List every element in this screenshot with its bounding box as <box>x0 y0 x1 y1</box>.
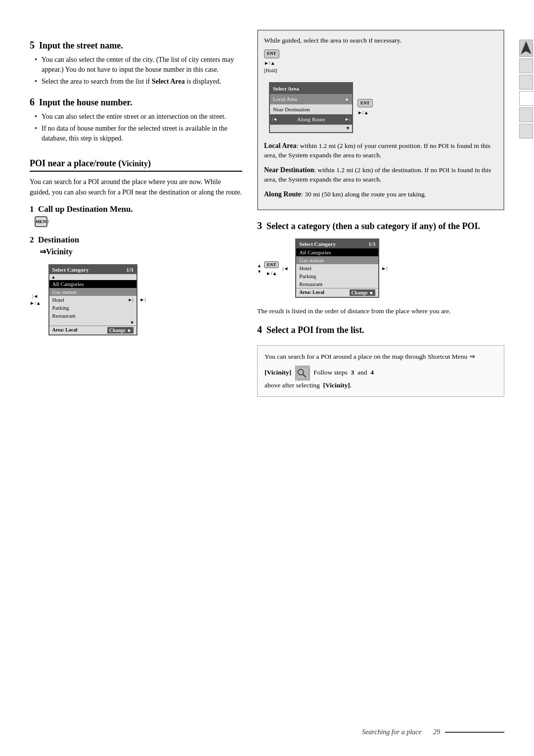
step1-heading: 1 Call up Destination Menu. <box>30 204 242 214</box>
step6-title: Input the house number. <box>39 97 132 107</box>
step2-number: 2 <box>30 235 34 244</box>
change-btn: Change ■ <box>107 327 134 333</box>
step3-screen: Select Category 1/3 All Categories Gas s… <box>295 238 379 298</box>
step3-row-gas: Gas station <box>296 256 378 264</box>
local-area-term: Local Area <box>264 142 296 149</box>
step6-bullet-2: If no data of house number for the selec… <box>35 124 242 143</box>
step4-heading: 4 Select a POI from the list. <box>257 324 504 335</box>
ent-button-right: ENT <box>357 99 373 108</box>
step2-screen: Select Category 1/3 ▲ All Categories Gas… <box>48 264 137 335</box>
step2-screen-wrapper: |◄ ►/▲ Select Category 1/3 ▲ All Categor… <box>30 260 242 339</box>
step3-row-restaurant: Restaurant <box>296 280 378 288</box>
def-along-route: Along Route: 30 mi (50 km) along the rou… <box>264 189 497 199</box>
area-scroll-down: ▼ <box>346 125 350 132</box>
nav-arrow-icon <box>519 40 533 57</box>
section-poi-title: POI near a place/route (Vicinity) <box>30 158 242 172</box>
left-column: 5 Input the street name. You can also se… <box>30 30 242 397</box>
step3-title: Select a category (then a sub category i… <box>267 221 480 231</box>
step5-bullet-1: You can also select the center of the ci… <box>35 55 242 74</box>
left-controls: |◄ ►/▲ <box>30 293 41 306</box>
right-controls: ►| <box>140 297 146 302</box>
hold-label: [Hold] <box>264 67 277 74</box>
arrows-left: ►/▲ <box>30 300 41 306</box>
skip-left-icon: |◄ <box>32 293 38 299</box>
shortcut-text1: You can search for a POI around a place … <box>265 352 497 362</box>
area-screen-title-bar: Select Area <box>270 83 352 94</box>
step3-arrows: ►/▲ <box>266 271 277 276</box>
screen-footer: Area: Local Change ■ <box>49 326 136 334</box>
step3-screen-with-controls: |◄ Select Category 1/3 All Categories Ga… <box>282 236 387 302</box>
step2-title: Destination <box>38 235 79 244</box>
ent-button-top: ENT <box>264 49 279 58</box>
step1-title: Call up Destination Menu. <box>38 204 133 214</box>
ent-screen-section: ENT ►/▲ [Hold] Select Area Local Area ▲ <box>264 49 497 137</box>
area-scroll-down-row: ▼ <box>270 125 352 133</box>
footer-area: Area: Local <box>52 327 78 333</box>
step3-scroll: ▲ ▼ <box>257 263 262 274</box>
ent-btn-top: ENT ►/▲ [Hold] <box>264 49 497 74</box>
step3-skip-left: |◄ <box>282 266 288 271</box>
screen-row-hotel: Hotel ►| <box>49 296 136 304</box>
shortcut-period: . <box>350 381 352 389</box>
shortcut-and: and <box>357 369 367 376</box>
shortcut-step4: 4 <box>370 369 374 376</box>
along-route-body: : 30 mi (50 km) along the route you are … <box>301 190 426 198</box>
shortcut-box: You can search for a POI around a place … <box>257 345 504 397</box>
vicinity-label: Vicinity <box>121 159 148 168</box>
step3-scroll-up: ▲ <box>257 263 262 268</box>
screen-title: Select Category <box>52 267 89 273</box>
arrows-top: ►/▲ <box>264 59 275 67</box>
arrows-right: ►/▲ <box>357 109 373 116</box>
area-along-label: Along Route <box>297 115 325 124</box>
step3-change-btn: Change ■ <box>350 289 376 296</box>
step3-change-icon: ■ <box>369 290 373 295</box>
skip-right-small: ►| <box>128 297 134 302</box>
scroll-down-row: ▼ <box>49 320 136 326</box>
page-container: 5 Input the street name. You can also se… <box>0 0 534 756</box>
shortcut-icon <box>295 366 310 380</box>
shortcut-text2: [Vicinity] Follow steps 3 and 4 above af… <box>265 366 497 390</box>
footer-text: Searching for a place <box>362 728 421 736</box>
step3-ent: ENT <box>264 261 279 268</box>
shortcut-vicinity-label: [Vicinity] <box>265 369 291 376</box>
page-footer: Searching for a place 29 <box>362 728 504 736</box>
scroll-up-icon: ▲ <box>51 275 56 280</box>
step2-arrow: ⇒Vicinity <box>30 247 242 256</box>
row-label-parking: Parking <box>52 305 69 311</box>
step5-number: 5 <box>30 40 35 50</box>
skip-right-icon: ►| <box>140 297 146 302</box>
menu-button-area: MENU <box>35 216 242 228</box>
tab-3-active <box>519 91 533 106</box>
step4-number: 4 <box>257 324 262 335</box>
step6-bullet-1: You can also select the entire street or… <box>35 112 242 122</box>
change-icon: ■ <box>127 328 131 333</box>
row-label-gas: Gas station <box>52 289 77 295</box>
step3-number: 3 <box>257 220 262 231</box>
shortcut-body1: You can search for a POI around a place … <box>265 353 475 360</box>
select-area-bold: Select Area <box>152 78 185 85</box>
select-area-screen-wrapper: Select Area Local Area ▲ Near Destinatio… <box>264 78 497 138</box>
area-row-along: |◄ Along Route ►| <box>270 114 352 125</box>
screen-page: 1/3 <box>127 267 134 273</box>
def-local-area: Local Area: within 1.2 mi (2 km) of your… <box>264 141 497 160</box>
step3-screen-title: Select Category <box>299 241 336 247</box>
step3-screen-footer: Area: Local Change ■ <box>296 288 378 297</box>
def-near-dest: Near Destination: within 1.2 mi (2 km) o… <box>264 165 497 185</box>
shortcut-follow: Follow steps <box>313 369 348 376</box>
row-label-all: All Categories <box>52 281 84 287</box>
area-row-near: Near Destination <box>270 104 352 115</box>
step3-skip-right: ►| <box>381 266 387 271</box>
right-column: While guided, select the area to search … <box>257 30 504 397</box>
ent-right-controls: ENT ►/▲ <box>357 99 373 117</box>
step6-bullets: You can also select the entire street or… <box>30 112 242 143</box>
local-area-body: : within 1.2 mi (2 km) of your current p… <box>264 142 490 159</box>
screen-row-gas: Gas station <box>49 288 136 296</box>
footer-line <box>445 732 504 733</box>
step3-footer-area: Area: Local <box>299 289 324 296</box>
screen-row-all-categories: All Categories <box>49 280 136 288</box>
while-guided-area: While guided, select the area to search … <box>257 30 504 210</box>
step3-scroll-down: ▼ <box>257 269 262 274</box>
result-text: The result is listed in the order of dis… <box>257 307 504 316</box>
step3-left-controls: ▲ ▼ <box>257 263 262 274</box>
step3-screen-title-bar: Select Category 1/3 <box>296 239 378 248</box>
